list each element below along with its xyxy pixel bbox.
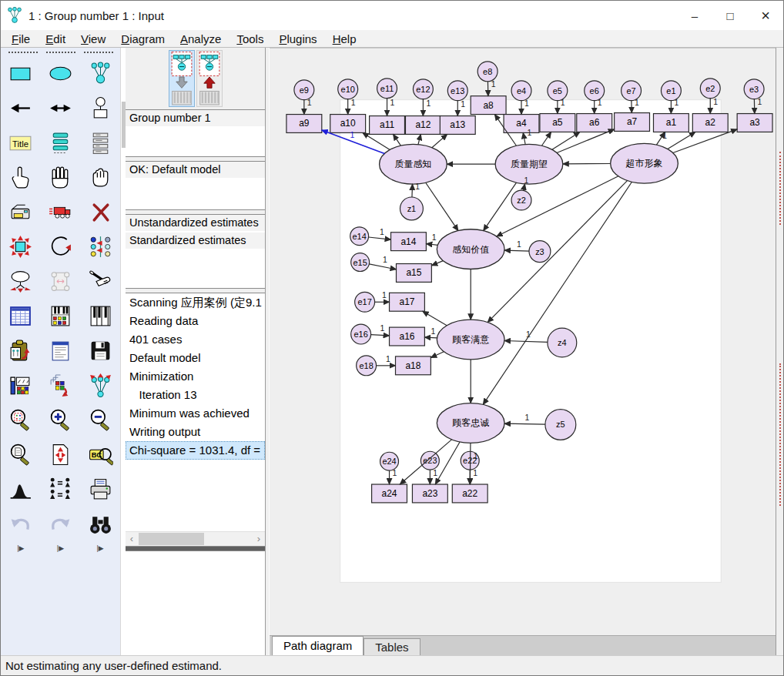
observed-a16[interactable]: a16 bbox=[390, 327, 425, 346]
latent-qe[interactable]: 质量期望 bbox=[495, 144, 563, 184]
error-e11[interactable]: e11 bbox=[377, 79, 397, 99]
models-list[interactable]: OK: Default model bbox=[126, 161, 265, 210]
error-z3[interactable]: z3 bbox=[529, 241, 551, 263]
estimates-list[interactable]: Unstandardized estimatesStandardized est… bbox=[126, 214, 265, 289]
close-icon[interactable]: × bbox=[748, 1, 783, 30]
observed-a3[interactable]: a3 bbox=[737, 114, 772, 132]
estimates-item[interactable]: Unstandardized estimates bbox=[126, 215, 265, 231]
menu-diagram[interactable]: Diagram bbox=[113, 32, 173, 46]
group-item[interactable]: Group number 1 bbox=[126, 110, 265, 126]
observed-a15[interactable]: a15 bbox=[396, 264, 431, 283]
path-cl-to-a22[interactable] bbox=[470, 443, 471, 484]
computation-summary[interactable]: Scanning 应用案例 (定9.1Reading data401 cases… bbox=[126, 293, 265, 547]
draw-ellipse-icon[interactable] bbox=[41, 56, 81, 91]
error-e14[interactable]: e14 bbox=[350, 227, 369, 246]
log-line[interactable]: Default model bbox=[126, 349, 265, 367]
observed-a24[interactable]: a24 bbox=[372, 484, 407, 503]
log-line[interactable]: 401 cases bbox=[126, 330, 265, 349]
menu-file[interactable]: File bbox=[4, 32, 38, 46]
error-z1[interactable]: z1 bbox=[400, 197, 423, 220]
error-e3[interactable]: e3 bbox=[744, 79, 764, 99]
log-line-selected[interactable]: Chi-square = 1031.4, df = bbox=[126, 441, 265, 460]
save-icon[interactable] bbox=[80, 333, 120, 368]
error-e15[interactable]: e15 bbox=[351, 253, 370, 272]
toolbox-pager[interactable]: |▶|▶|▶ bbox=[1, 544, 120, 552]
scroll-left-icon[interactable]: ‹ bbox=[126, 532, 138, 546]
path-arrow-icon[interactable] bbox=[1, 91, 41, 125]
select-all-icon[interactable] bbox=[41, 160, 81, 195]
calculate-estimates-icon[interactable] bbox=[80, 299, 120, 333]
zoom-page-icon[interactable] bbox=[1, 437, 41, 472]
error-z4[interactable]: z4 bbox=[548, 328, 577, 357]
menu-view[interactable]: View bbox=[73, 32, 113, 46]
error-e2[interactable]: e2 bbox=[700, 79, 720, 99]
observed-a6[interactable]: a6 bbox=[577, 114, 612, 132]
latent-pv[interactable]: 感知价值 bbox=[437, 229, 504, 269]
log-line[interactable]: Reading data bbox=[126, 312, 265, 330]
move-parameter-icon[interactable] bbox=[1, 229, 41, 264]
error-e17[interactable]: e17 bbox=[355, 292, 375, 312]
fit-to-page-icon[interactable] bbox=[41, 437, 81, 472]
error-e24[interactable]: e24 bbox=[380, 452, 399, 470]
observed-a2[interactable]: a2 bbox=[692, 114, 728, 132]
latent-cs[interactable]: 顾客满意 bbox=[437, 320, 504, 360]
error-e1[interactable]: e1 bbox=[661, 81, 681, 101]
observed-a18[interactable]: a18 bbox=[396, 356, 431, 375]
error-e18[interactable]: e18 bbox=[357, 356, 377, 376]
multiple-groups-icon[interactable] bbox=[41, 472, 81, 507]
reflect-icon[interactable] bbox=[80, 229, 120, 264]
observed-a17[interactable]: a17 bbox=[390, 293, 425, 311]
error-e16[interactable]: e16 bbox=[351, 324, 371, 344]
path-diagram-canvas[interactable]: e9e10e11e12e13e8e4e5e6e7e1e2e3a9a10a11a1… bbox=[270, 48, 776, 635]
error-z5[interactable]: z5 bbox=[545, 410, 576, 440]
redo-icon[interactable] bbox=[41, 507, 81, 541]
scroll-icon[interactable] bbox=[41, 264, 81, 299]
observed-a13[interactable]: a13 bbox=[440, 116, 475, 135]
object-properties-icon[interactable] bbox=[1, 368, 41, 403]
zoom-in-icon[interactable] bbox=[41, 403, 81, 437]
observed-a10[interactable]: a10 bbox=[330, 115, 366, 133]
latent-si[interactable]: 超市形象 bbox=[611, 143, 678, 183]
zoom-out-icon[interactable] bbox=[80, 403, 120, 437]
observed-a11[interactable]: a11 bbox=[370, 116, 405, 135]
print-icon[interactable] bbox=[80, 472, 120, 507]
analysis-properties-icon[interactable] bbox=[41, 299, 81, 333]
observed-a4[interactable]: a4 bbox=[504, 115, 539, 133]
duplicate-icon[interactable] bbox=[1, 195, 41, 229]
view-output-path-diagram-button[interactable] bbox=[196, 50, 223, 107]
preserve-symmetries-icon[interactable] bbox=[80, 368, 120, 403]
observed-a14[interactable]: a14 bbox=[391, 233, 427, 251]
move-icon[interactable] bbox=[41, 195, 81, 229]
error-e12[interactable]: e12 bbox=[413, 79, 433, 99]
error-e5[interactable]: e5 bbox=[548, 81, 568, 101]
menu-tools[interactable]: Tools bbox=[229, 32, 271, 46]
menu-plugins[interactable]: Plugins bbox=[271, 32, 324, 46]
rotate-icon[interactable] bbox=[41, 229, 81, 264]
log-line[interactable]: Minimum was achieved bbox=[126, 404, 265, 423]
toolbox-scrollbar[interactable] bbox=[120, 48, 126, 655]
error-e8[interactable]: e8 bbox=[477, 62, 498, 82]
draw-latent-indicator-icon[interactable] bbox=[80, 56, 120, 91]
copy-clipboard-icon[interactable] bbox=[1, 333, 41, 368]
latent-cl[interactable]: 顾客忠诚 bbox=[437, 403, 504, 443]
rotate-indicators-icon[interactable] bbox=[1, 264, 41, 299]
error-e9[interactable]: e9 bbox=[294, 80, 314, 100]
view-input-path-diagram-button[interactable] bbox=[169, 50, 195, 107]
error-e6[interactable]: e6 bbox=[585, 81, 605, 101]
tab-path-diagram[interactable]: Path diagram bbox=[272, 636, 364, 655]
minimize-icon[interactable]: – bbox=[677, 1, 712, 30]
log-line[interactable]: Writing output bbox=[126, 423, 265, 441]
observed-a7[interactable]: a7 bbox=[615, 113, 650, 132]
observed-a1[interactable]: a1 bbox=[653, 114, 689, 132]
toolbox-pager-icon[interactable]: |▶ bbox=[97, 544, 104, 552]
scroll-right-icon[interactable]: › bbox=[253, 532, 265, 546]
error-e4[interactable]: e4 bbox=[511, 81, 531, 101]
toolbox-pager-icon[interactable]: |▶ bbox=[57, 544, 64, 552]
touch-up-icon[interactable] bbox=[80, 264, 120, 299]
loupe-icon[interactable]: BC bbox=[80, 437, 120, 472]
error-e13[interactable]: e13 bbox=[447, 81, 467, 101]
search-icon[interactable] bbox=[80, 507, 120, 541]
select-one-icon[interactable] bbox=[1, 160, 41, 195]
add-error-variable-icon[interactable] bbox=[80, 91, 120, 125]
deselect-all-icon[interactable] bbox=[80, 160, 120, 195]
